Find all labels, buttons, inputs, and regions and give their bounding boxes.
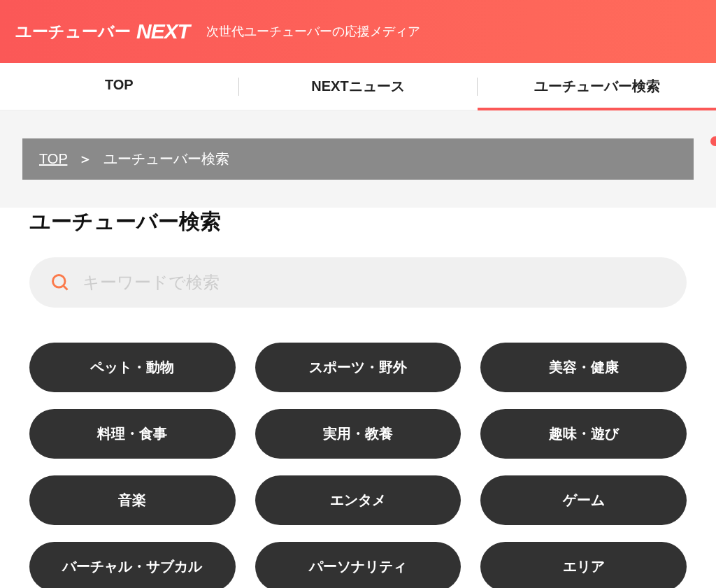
breadcrumb-current: ユーチューバー検索 <box>103 151 229 166</box>
site-logo-prefix: ユーチューバー <box>15 21 131 43</box>
search-input[interactable] <box>83 273 666 292</box>
nav-search[interactable]: ユーチューバー検索 <box>478 63 716 110</box>
category-personality[interactable]: パーソナリティ <box>255 542 461 588</box>
category-game[interactable]: ゲーム <box>480 475 687 525</box>
search-box[interactable] <box>29 257 687 308</box>
scroll-indicator-icon <box>710 136 716 146</box>
category-grid: ペット・動物 スポーツ・野外 美容・健康 料理・食事 実用・教養 趣味・遊び 音… <box>29 343 687 588</box>
svg-line-1 <box>64 286 68 290</box>
category-entertainment[interactable]: エンタメ <box>255 475 461 525</box>
page-title: ユーチューバー検索 <box>29 208 687 236</box>
category-practical-education[interactable]: 実用・教養 <box>255 409 461 459</box>
main-nav: TOP NEXTニュース ユーチューバー検索 <box>0 63 716 110</box>
category-cooking-food[interactable]: 料理・食事 <box>29 409 236 459</box>
category-music[interactable]: 音楽 <box>29 475 236 525</box>
category-hobby-play[interactable]: 趣味・遊び <box>480 409 687 459</box>
nav-top[interactable]: TOP <box>0 63 238 110</box>
category-virtual-subculture[interactable]: バーチャル・サブカル <box>29 542 236 588</box>
search-icon <box>50 273 70 292</box>
site-logo-next: NEXT <box>136 20 189 43</box>
category-beauty-health[interactable]: 美容・健康 <box>480 343 687 392</box>
content-wrap: TOP ＞ ユーチューバー検索 ユーチューバー検索 ペット・動物 スポーツ・野外… <box>0 110 716 588</box>
breadcrumb-separator: ＞ <box>78 151 92 166</box>
category-area[interactable]: エリア <box>480 542 687 588</box>
svg-point-0 <box>53 275 66 288</box>
breadcrumb-home-link[interactable]: TOP <box>39 151 67 166</box>
site-tagline: 次世代ユーチューバーの応援メディア <box>206 23 420 40</box>
site-header: ユーチューバー NEXT 次世代ユーチューバーの応援メディア <box>0 0 716 63</box>
breadcrumb: TOP ＞ ユーチューバー検索 <box>22 138 694 180</box>
nav-news[interactable]: NEXTニュース <box>239 63 478 110</box>
category-pet-animals[interactable]: ペット・動物 <box>29 343 236 392</box>
category-sports-outdoor[interactable]: スポーツ・野外 <box>255 343 461 392</box>
